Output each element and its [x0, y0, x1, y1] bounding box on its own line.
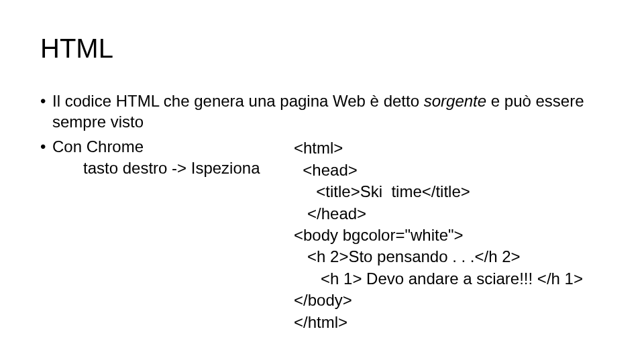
bullet1-prefix: Il codice HTML che genera una pagina Web…	[52, 92, 424, 110]
code-line-4: </head>	[294, 204, 366, 223]
code-line-3: <title>Ski time</title>	[294, 182, 470, 200]
code-line-2: <head>	[294, 161, 358, 179]
code-line-8: </body>	[294, 291, 352, 309]
two-column-row: Con Chrome tasto destro -> Ispeziona <ht…	[52, 136, 604, 333]
code-line-9: </html>	[294, 313, 347, 331]
code-line-7: <h 1> Devo andare a sciare!!! </h 1>	[294, 269, 583, 288]
slide-body: Il codice HTML che genera una pagina Web…	[40, 90, 604, 333]
code-block: <html> <head> <title>Ski time</title> </…	[294, 136, 604, 333]
code-line-1: <html>	[294, 139, 343, 157]
code-line-5: <body bgcolor="white">	[294, 226, 464, 244]
bullet-list: Il codice HTML che genera una pagina Web…	[40, 90, 604, 333]
bullet-item-1: Il codice HTML che genera una pagina Web…	[40, 90, 604, 132]
slide: HTML Il codice HTML che genera una pagin…	[0, 0, 644, 362]
code-line-6: <h 2>Sto pensando . . .</h 2>	[294, 247, 521, 265]
bullet-item-2: Con Chrome tasto destro -> Ispeziona <ht…	[40, 136, 604, 333]
slide-title: HTML	[40, 34, 604, 64]
bullet2-line1: Con Chrome	[52, 136, 294, 157]
left-column: Con Chrome tasto destro -> Ispeziona	[52, 136, 294, 178]
bullet2-line2: tasto destro -> Ispeziona	[52, 158, 294, 178]
bullet1-em: sorgente	[424, 92, 486, 110]
